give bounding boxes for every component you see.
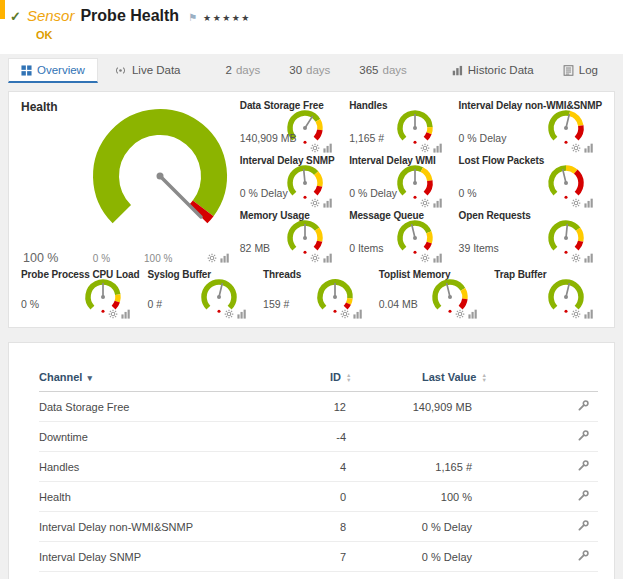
window-accent-stripe xyxy=(0,0,5,19)
gauge-actions xyxy=(420,198,443,208)
gauge-actions xyxy=(310,198,333,208)
channel-name[interactable]: Downtime xyxy=(39,422,312,452)
gear-icon[interactable] xyxy=(420,198,430,208)
gauge-interval-delay-non-wmi-snmp: Interval Delay non-WMI&SNMP0 % Delay xyxy=(459,100,602,155)
edit-channel-icon[interactable] xyxy=(577,399,590,412)
graph-icon[interactable] xyxy=(353,309,363,319)
tab-overview[interactable]: Overview xyxy=(8,58,98,83)
gear-icon[interactable] xyxy=(420,253,430,263)
table-row[interactable]: Data Storage Free12140,909 MB xyxy=(39,392,598,422)
gauge-open-requests: Open Requests39 Items xyxy=(459,210,602,265)
gauge-value: 39 Items xyxy=(459,242,499,254)
gear-icon[interactable] xyxy=(310,143,320,153)
graph-icon[interactable] xyxy=(237,309,247,319)
sensor-type-label: Sensor xyxy=(27,7,75,24)
table-row[interactable]: Interval Delay SNMP70 % Delay xyxy=(39,542,598,572)
gauge-actions xyxy=(571,309,594,319)
priority-flag-icon[interactable] xyxy=(188,12,197,23)
graph-icon[interactable] xyxy=(584,143,594,153)
gear-icon[interactable] xyxy=(340,309,350,319)
edit-channel-icon[interactable] xyxy=(577,459,590,472)
channel-last-value: 1,165 # xyxy=(402,452,552,482)
column-header-channel[interactable]: Channel xyxy=(39,367,312,392)
graph-icon[interactable] xyxy=(584,309,594,319)
gear-icon[interactable] xyxy=(207,253,217,263)
column-header-actions xyxy=(552,367,598,392)
gear-icon[interactable] xyxy=(571,309,581,319)
tab-sublabel: days xyxy=(306,64,330,76)
gear-icon[interactable] xyxy=(571,143,581,153)
channel-name[interactable]: Health xyxy=(39,482,312,512)
column-header-last-value[interactable]: Last Value xyxy=(402,367,552,392)
gear-icon[interactable] xyxy=(420,143,430,153)
gauge-value: 140,909 MB xyxy=(240,132,297,144)
gauge-actions xyxy=(420,253,443,263)
gauge-actions xyxy=(310,143,333,153)
channel-last-value: 140,909 MB xyxy=(402,392,552,422)
gauges-grid: Health 100 % 0 % 100 % Data Storage Free… xyxy=(21,100,602,265)
tab-label: Log xyxy=(579,64,598,76)
gear-icon[interactable] xyxy=(108,309,118,319)
gear-icon[interactable] xyxy=(310,253,320,263)
tab-historic-data[interactable]: Historic Data xyxy=(439,58,547,83)
graph-icon[interactable] xyxy=(121,309,131,319)
health-gauge: Health 100 % 0 % 100 % xyxy=(21,100,232,265)
table-row[interactable]: Downtime-4 xyxy=(39,422,598,452)
tab-sublabel: days xyxy=(236,64,260,76)
graph-icon[interactable] xyxy=(323,253,333,263)
channel-id: 8 xyxy=(312,512,402,542)
graph-icon[interactable] xyxy=(323,143,333,153)
gauge-data-storage-free: Data Storage Free140,909 MB xyxy=(240,100,341,155)
gear-icon[interactable] xyxy=(571,198,581,208)
tab-live-data[interactable]: Live Data xyxy=(101,58,194,83)
tab-label: Live Data xyxy=(132,64,181,76)
tab-365-days[interactable]: 365days xyxy=(346,58,419,83)
gear-icon[interactable] xyxy=(310,198,320,208)
table-row[interactable]: Health0100 % xyxy=(39,482,598,512)
gear-icon[interactable] xyxy=(224,309,234,319)
edit-channel-icon[interactable] xyxy=(577,429,590,442)
gear-icon[interactable] xyxy=(571,253,581,263)
edit-channel-icon[interactable] xyxy=(577,489,590,502)
column-header-id[interactable]: ID xyxy=(312,367,402,392)
channel-name[interactable]: Handles xyxy=(39,452,312,482)
tab-label: 30 xyxy=(289,64,302,76)
gauge-probe-process-cpu-load: Probe Process CPU Load0 % xyxy=(21,269,139,321)
graph-icon[interactable] xyxy=(584,253,594,263)
priority-stars[interactable]: ★★★★★ xyxy=(203,13,251,23)
table-row[interactable]: Handles41,165 # xyxy=(39,452,598,482)
channel-actions-cell xyxy=(552,482,598,512)
graph-icon[interactable] xyxy=(468,309,478,319)
gauge-interval-delay-snmp: Interval Delay SNMP0 % Delay xyxy=(240,155,341,210)
graph-icon[interactable] xyxy=(220,253,230,263)
channel-name[interactable]: Interval Delay WMI xyxy=(39,572,312,579)
channel-last-value xyxy=(402,422,552,452)
edit-channel-icon[interactable] xyxy=(577,519,590,532)
edit-channel-icon[interactable] xyxy=(577,549,590,562)
graph-icon[interactable] xyxy=(433,253,443,263)
tab-label: Historic Data xyxy=(468,64,534,76)
sort-icon xyxy=(346,373,351,383)
gauge-value: 0 % xyxy=(21,298,39,310)
channel-name[interactable]: Interval Delay non-WMI&SNMP xyxy=(39,512,312,542)
ok-check-icon xyxy=(10,9,21,24)
channel-name[interactable]: Interval Delay SNMP xyxy=(39,542,312,572)
tab-2-days[interactable]: 2days xyxy=(213,58,274,83)
table-row[interactable]: Interval Delay non-WMI&SNMP80 % Delay xyxy=(39,512,598,542)
graph-icon[interactable] xyxy=(433,143,443,153)
gauge-value: 0 % Delay xyxy=(240,187,288,199)
tab-log[interactable]: Log xyxy=(550,58,611,83)
gauge-scale-max: 100 % xyxy=(144,253,172,264)
gauges-bottom-row: Probe Process CPU Load0 %Syslog Buffer0 … xyxy=(21,269,602,321)
channel-id: 12 xyxy=(312,392,402,422)
tab-30-days[interactable]: 30days xyxy=(276,58,343,83)
channel-last-value: 0 % Delay xyxy=(402,542,552,572)
graph-icon[interactable] xyxy=(433,198,443,208)
gauge-actions xyxy=(224,309,247,319)
gear-icon[interactable] xyxy=(455,309,465,319)
graph-icon[interactable] xyxy=(323,198,333,208)
table-row[interactable]: Interval Delay WMI60 % Delay xyxy=(39,572,598,579)
channel-name[interactable]: Data Storage Free xyxy=(39,392,312,422)
tab-label: Overview xyxy=(37,64,85,76)
graph-icon[interactable] xyxy=(584,198,594,208)
